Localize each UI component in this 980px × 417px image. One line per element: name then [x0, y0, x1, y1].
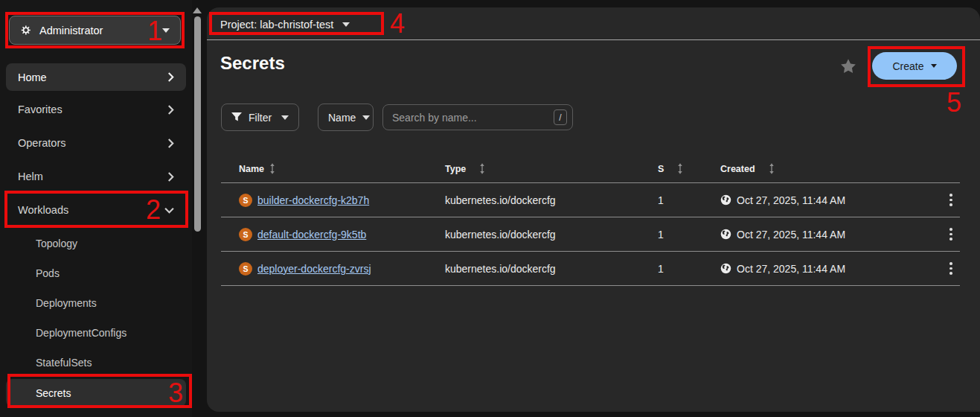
- sidebar-item-workloads[interactable]: Workloads: [6, 197, 186, 223]
- main-panel: Project: lab-christof-test Secrets Creat…: [207, 7, 980, 412]
- favorite-star-icon[interactable]: [840, 58, 856, 74]
- sidebar-item-favorites[interactable]: Favorites: [6, 96, 186, 123]
- secret-size: 1: [652, 229, 714, 241]
- sidebar: Administrator Home Favorites Operators H…: [0, 0, 192, 417]
- cogs-icon: [20, 24, 33, 36]
- column-header-name[interactable]: Name: [221, 163, 439, 174]
- secret-type: kubernetes.io/dockercfg: [439, 263, 652, 275]
- chevron-right-icon: [167, 105, 174, 115]
- sidebar-item-label: Workloads: [18, 204, 68, 216]
- secret-size: 1: [652, 194, 714, 206]
- secret-created-timestamp: Oct 27, 2025, 11:44 AM: [737, 229, 845, 241]
- page-title: Secrets: [220, 53, 285, 74]
- sidebar-item-topology[interactable]: Topology: [6, 230, 186, 257]
- secret-type: kubernetes.io/dockercfg: [439, 229, 652, 241]
- secret-resource-badge: S: [239, 262, 252, 276]
- sort-icon[interactable]: [769, 163, 775, 174]
- sidebar-item-label: Helm: [18, 171, 43, 182]
- sidebar-item-label: Pods: [36, 267, 60, 279]
- filter-icon: [231, 112, 242, 122]
- sidebar-item-label: DeploymentConfigs: [36, 327, 126, 339]
- column-header-created[interactable]: Created: [714, 163, 927, 174]
- globe-icon: [720, 263, 731, 274]
- chevron-down-icon: [162, 28, 170, 33]
- sort-icon[interactable]: [677, 163, 683, 174]
- sidebar-item-secrets[interactable]: Secrets: [6, 379, 186, 407]
- scrollbar-up-arrow[interactable]: [193, 7, 202, 13]
- secret-name-link[interactable]: deployer-dockercfg-zvrsj: [257, 263, 371, 275]
- secret-size: 1: [652, 263, 714, 275]
- sidebar-item-label: Topology: [36, 238, 77, 249]
- create-button[interactable]: Create: [872, 52, 957, 80]
- search-type-dropdown[interactable]: Name: [318, 104, 374, 131]
- table-header-row: Name Type S Created: [221, 155, 960, 183]
- search-input[interactable]: [392, 112, 554, 124]
- sort-icon[interactable]: [269, 163, 275, 174]
- project-selector[interactable]: Project: lab-christof-test: [220, 15, 350, 34]
- secret-created-timestamp: Oct 27, 2025, 11:44 AM: [737, 194, 845, 206]
- sidebar-item-deploymentconfigs[interactable]: DeploymentConfigs: [6, 319, 186, 346]
- sidebar-item-label: StatefulSets: [36, 357, 92, 369]
- sidebar-item-label: Favorites: [18, 104, 63, 115]
- sidebar-item-label: Operators: [18, 137, 65, 149]
- kebab-menu-icon[interactable]: [942, 189, 960, 211]
- table-row: S builder-dockercfg-k2b7h kubernetes.io/…: [221, 183, 960, 217]
- kebab-menu-icon[interactable]: [942, 258, 960, 280]
- chevron-down-icon: [342, 22, 350, 27]
- sidebar-item-pods[interactable]: Pods: [6, 260, 186, 287]
- chevron-right-icon: [167, 172, 174, 182]
- sidebar-item-label: Secrets: [36, 387, 71, 399]
- search-type-label: Name: [328, 112, 356, 124]
- globe-icon: [720, 194, 731, 206]
- secret-created-timestamp: Oct 27, 2025, 11:44 AM: [737, 263, 845, 275]
- secret-name-link[interactable]: default-dockercfg-9k5tb: [257, 229, 366, 241]
- project-bar: Project: lab-christof-test: [207, 7, 980, 40]
- table-row: S default-dockercfg-9k5tb kubernetes.io/…: [221, 217, 960, 252]
- search-box: /: [382, 104, 573, 130]
- chevron-down-icon: [362, 115, 370, 120]
- perspective-label: Administrator: [39, 25, 103, 36]
- chevron-down-icon: [164, 207, 174, 214]
- secret-resource-badge: S: [239, 228, 252, 241]
- slash-shortcut-badge: /: [554, 109, 567, 125]
- secret-name-link[interactable]: builder-dockercfg-k2b7h: [257, 194, 369, 206]
- create-button-label: Create: [892, 60, 923, 72]
- table-row: S deployer-dockercfg-zvrsj kubernetes.io…: [221, 252, 960, 286]
- sidebar-item-statefulsets[interactable]: StatefulSets: [6, 349, 186, 376]
- sidebar-item-home[interactable]: Home: [6, 63, 186, 91]
- column-header-type[interactable]: Type: [439, 163, 652, 174]
- sort-icon[interactable]: [479, 163, 485, 174]
- sidebar-item-label: Deployments: [36, 297, 97, 309]
- sidebar-item-label: Home: [18, 71, 47, 83]
- sidebar-scrollbar-thumb[interactable]: [194, 16, 201, 232]
- sidebar-item-deployments[interactable]: Deployments: [6, 290, 186, 316]
- kebab-menu-icon[interactable]: [942, 223, 960, 246]
- chevron-right-icon: [167, 72, 174, 82]
- filter-dropdown-label: Filter: [249, 112, 272, 124]
- chevron-right-icon: [167, 139, 174, 148]
- project-selector-label: Project: lab-christof-test: [220, 19, 333, 31]
- secret-resource-badge: S: [239, 194, 252, 207]
- chevron-down-icon: [281, 115, 289, 120]
- filter-dropdown[interactable]: Filter: [221, 104, 299, 131]
- secrets-table: Name Type S Created: [221, 155, 960, 286]
- sidebar-item-helm[interactable]: Helm: [6, 163, 186, 190]
- perspective-switcher[interactable]: Administrator: [9, 16, 181, 45]
- chevron-down-icon: [931, 64, 937, 68]
- sidebar-item-operators[interactable]: Operators: [6, 130, 186, 156]
- secret-type: kubernetes.io/dockercfg: [439, 194, 652, 206]
- globe-icon: [720, 229, 731, 240]
- column-header-size[interactable]: S: [652, 163, 714, 174]
